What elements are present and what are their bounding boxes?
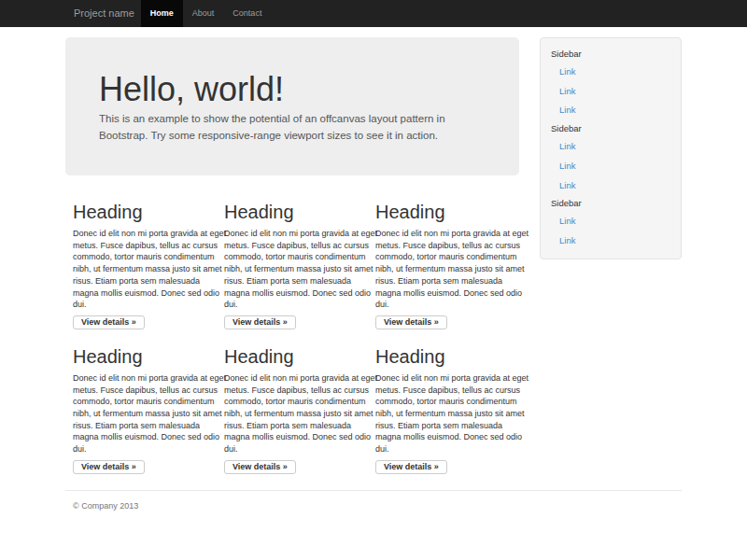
cards-row-2: Heading Donec id elit non mi porta gravi… [65,346,519,474]
card-2: Heading Donec id elit non mi porta gravi… [217,202,368,329]
card-heading: Heading [224,202,368,222]
sidebar-link[interactable]: Link [541,212,681,231]
sidebar-header-1: Sidebar [541,46,681,63]
card-6: Heading Donec id elit non mi porta gravi… [368,346,519,474]
card-3: Heading Donec id elit non mi porta gravi… [368,202,519,329]
nav-item-about[interactable]: About [183,0,224,27]
card-body-text: Donec id elit non mi porta gravida at eg… [375,228,519,311]
card-heading: Heading [73,202,217,222]
cards-row-1: Heading Donec id elit non mi porta gravi… [65,202,519,329]
card-4: Heading Donec id elit non mi porta gravi… [65,346,217,474]
card-heading: Heading [73,346,217,367]
top-navbar: Project name Home About Contact [0,0,747,27]
card-heading: Heading [375,346,519,367]
navbar-menu: Home About Contact [141,0,272,27]
sidebar-header-3: Sidebar [541,195,681,212]
sidebar-well: Sidebar Link Link Link Sidebar Link Link… [540,37,682,259]
card-body-text: Donec id elit non mi porta gravida at eg… [224,228,368,311]
jumbotron: Hello, world! This is an example to show… [65,37,519,175]
sidebar: Sidebar Link Link Link Sidebar Link Link… [540,27,682,474]
view-details-button[interactable]: View details » [224,460,296,474]
footer: © Company 2013 [65,500,682,511]
card-body-text: Donec id elit non mi porta gravida at eg… [224,372,368,455]
page-container: Hello, world! This is an example to show… [65,27,682,511]
card-5: Heading Donec id elit non mi porta gravi… [217,346,368,474]
sidebar-header-2: Sidebar [541,120,681,137]
sidebar-link[interactable]: Link [541,157,681,176]
sidebar-link[interactable]: Link [541,231,681,251]
card-heading: Heading [375,202,519,222]
card-1: Heading Donec id elit non mi porta gravi… [65,202,217,329]
view-details-button[interactable]: View details » [224,315,296,329]
nav-item-contact[interactable]: Contact [223,0,271,27]
card-body-text: Donec id elit non mi porta gravida at eg… [73,228,217,311]
nav-item-home[interactable]: Home [141,0,183,27]
copyright-text: © Company 2013 [73,500,682,511]
sidebar-link[interactable]: Link [541,82,681,102]
sidebar-link[interactable]: Link [541,63,681,82]
sidebar-link[interactable]: Link [541,176,681,196]
content-row: Hello, world! This is an example to show… [65,27,682,474]
sidebar-link[interactable]: Link [541,137,681,157]
brand-link[interactable]: Project name [74,0,134,27]
view-details-button[interactable]: View details » [375,460,447,474]
main-content: Hello, world! This is an example to show… [65,27,519,474]
card-heading: Heading [224,346,368,367]
card-body-text: Donec id elit non mi porta gravida at eg… [375,372,519,455]
sidebar-link[interactable]: Link [541,101,681,120]
footer-divider [65,490,682,491]
view-details-button[interactable]: View details » [73,460,145,474]
card-body-text: Donec id elit non mi porta gravida at eg… [73,372,217,455]
view-details-button[interactable]: View details » [375,315,447,329]
page-title: Hello, world! [99,71,486,107]
view-details-button[interactable]: View details » [73,315,145,329]
jumbotron-text: This is an example to show the potential… [99,110,486,144]
